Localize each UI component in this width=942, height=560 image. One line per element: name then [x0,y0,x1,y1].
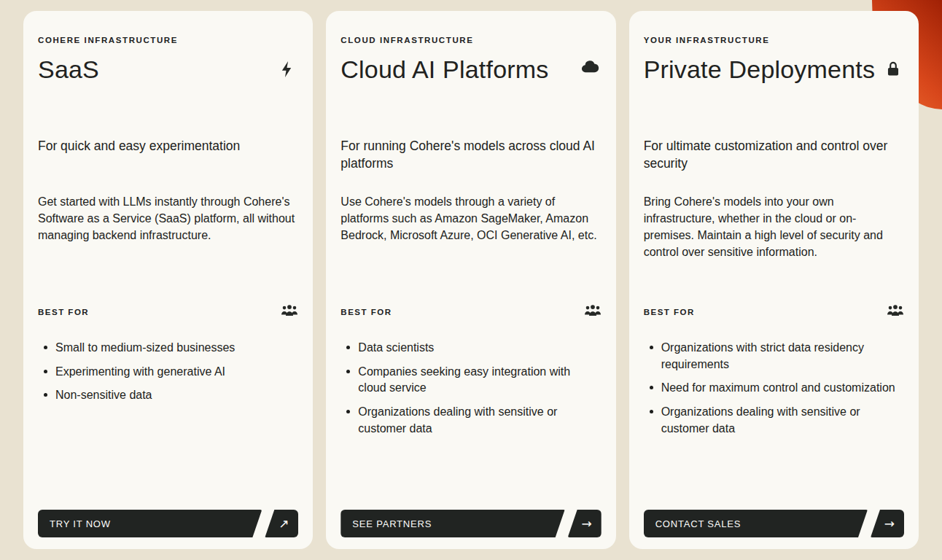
people-icon [887,304,904,319]
best-for-item: Data scientists [346,340,601,357]
best-for-list: Organizations with strict data residency… [644,340,904,445]
cta-row: TRY IT NOW ↗ [38,510,298,537]
card-eyebrow: COHERE INFRASTRUCTURE [38,36,298,44]
best-for-row: BEST FOR [644,304,904,319]
best-for-label: BEST FOR [340,308,392,316]
card-description: Bring Cohere's models into your own infr… [644,193,904,304]
cta-row: SEE PARTNERS → [340,510,601,537]
title-row: SaaS [38,56,298,138]
card-description: Use Cohere's models through a variety of… [340,193,601,304]
cta-row: CONTACT SALES → [644,510,904,537]
card-title: Cloud AI Platforms [340,56,548,83]
best-for-row: BEST FOR [340,304,601,319]
try-it-now-button[interactable]: TRY IT NOW [38,510,262,537]
plans-cards-container: COHERE INFRASTRUCTURE SaaS For quick and… [0,0,942,560]
title-row: Cloud AI Platforms [340,56,601,138]
best-for-row: BEST FOR [38,304,298,319]
see-partners-button[interactable]: SEE PARTNERS [340,510,564,537]
card-subtitle: For ultimate customization and control o… [644,138,904,193]
lock-icon [884,59,903,79]
lightning-icon [278,59,297,79]
cloud-icon [580,59,600,75]
best-for-list: Data scientists Companies seeking easy i… [340,340,601,445]
card-subtitle: For quick and easy experimentation [38,138,298,193]
people-icon [281,304,298,319]
card-eyebrow: CLOUD INFRASTRUCTURE [340,36,601,44]
best-for-item: Organizations dealing with sensitive or … [346,404,601,437]
best-for-item: Experimenting with generative AI [44,364,298,381]
arrow-right-icon[interactable]: → [568,510,602,537]
contact-sales-button[interactable]: CONTACT SALES [644,510,868,537]
card-eyebrow: YOUR INFRASTRUCTURE [644,36,904,44]
title-row: Private Deployments [644,56,904,138]
card-private-deployments: YOUR INFRASTRUCTURE Private Deployments … [629,11,919,549]
card-subtitle: For running Cohere's models across cloud… [340,138,601,193]
card-title: Private Deployments [644,56,876,83]
best-for-item: Non-sensitive data [44,387,298,404]
card-title: SaaS [38,56,99,83]
best-for-item: Companies seeking easy integration with … [346,364,601,397]
best-for-item: Small to medium-sized businesses [44,340,298,357]
card-saas: COHERE INFRASTRUCTURE SaaS For quick and… [23,11,313,549]
card-cloud-ai-platforms: CLOUD INFRASTRUCTURE Cloud AI Platforms … [326,11,615,549]
best-for-list: Small to medium-sized businesses Experim… [38,340,298,411]
card-description: Get started with LLMs instantly through … [38,193,298,304]
best-for-label: BEST FOR [644,308,695,316]
best-for-item: Organizations dealing with sensitive or … [650,404,904,437]
arrow-up-right-icon[interactable]: ↗ [265,510,298,537]
people-icon [584,304,602,319]
best-for-item: Organizations with strict data residency… [650,340,904,373]
best-for-item: Need for maximum control and customizati… [650,380,904,397]
best-for-label: BEST FOR [38,308,89,316]
arrow-right-icon[interactable]: → [871,510,904,537]
